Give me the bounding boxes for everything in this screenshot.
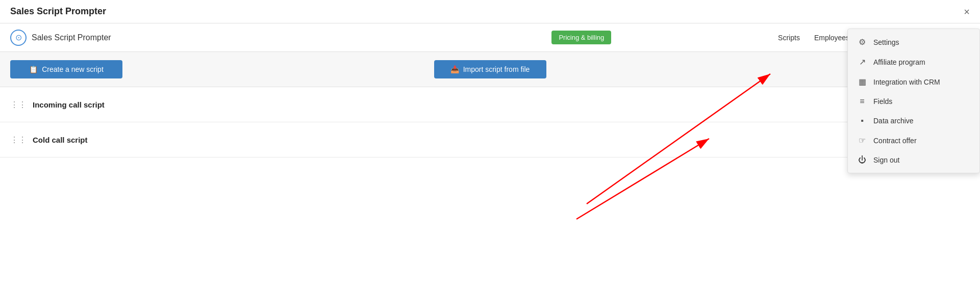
brand-name: Sales Script Prompter: [32, 33, 111, 42]
affiliate-icon: ↗: [857, 57, 867, 67]
window-title: Sales Script Prompter: [10, 6, 106, 17]
table-row: ⋮⋮ Incoming call script: [0, 87, 980, 122]
create-script-button[interactable]: 📋 Create a new script: [10, 60, 122, 78]
menu-item-signout[interactable]: ⏻ Sign out: [848, 150, 979, 157]
pricing-button[interactable]: Pricing & billing: [551, 31, 611, 44]
import-script-button[interactable]: 📥 Import script from file: [434, 60, 546, 78]
create-icon: 📋: [29, 65, 38, 73]
menu-item-archive[interactable]: ▪ Data archive: [848, 111, 979, 130]
drag-handle[interactable]: ⋮⋮: [10, 135, 27, 145]
fields-icon: ≡: [857, 97, 867, 106]
menu-item-settings[interactable]: ⚙ Settings: [848, 32, 979, 52]
script-name: Incoming call script: [33, 100, 862, 109]
menu-item-fields[interactable]: ≡ Fields: [848, 92, 979, 111]
script-name: Cold call script: [33, 136, 862, 144]
menu-dropdown: ⚙ Settings ↗ Affiliate program ▦ Integra…: [847, 29, 980, 157]
signout-icon: ⏻: [857, 155, 867, 157]
contract-icon: ☞: [857, 136, 867, 145]
close-button[interactable]: ×: [964, 7, 970, 17]
brand-icon: ⊙: [10, 30, 27, 46]
nav-scripts[interactable]: Scripts: [772, 31, 806, 45]
action-bar: 📋 Create a new script 📥 Import script fr…: [0, 52, 980, 87]
menu-item-affiliate[interactable]: ↗ Affiliate program: [848, 52, 979, 72]
navbar: ⊙ Sales Script Prompter Pricing & billin…: [0, 23, 980, 52]
drag-handle[interactable]: ⋮⋮: [10, 100, 27, 110]
archive-icon: ▪: [857, 116, 867, 125]
crm-icon: ▦: [857, 77, 867, 87]
gear-icon: ⚙: [857, 37, 867, 47]
menu-item-contract[interactable]: ☞ Contract offer: [848, 130, 979, 150]
import-icon: 📥: [450, 65, 459, 73]
table-row: ⋮⋮ Cold call script: [0, 122, 980, 157]
menu-item-crm[interactable]: ▦ Integration with CRM: [848, 72, 979, 92]
script-list: ⋮⋮ Incoming call script ⋮⋮ Cold call scr…: [0, 87, 980, 157]
navbar-brand: ⊙ Sales Script Prompter: [10, 30, 391, 46]
window-title-bar: Sales Script Prompter ×: [0, 0, 980, 23]
navbar-center: Pricing & billing: [391, 31, 772, 44]
